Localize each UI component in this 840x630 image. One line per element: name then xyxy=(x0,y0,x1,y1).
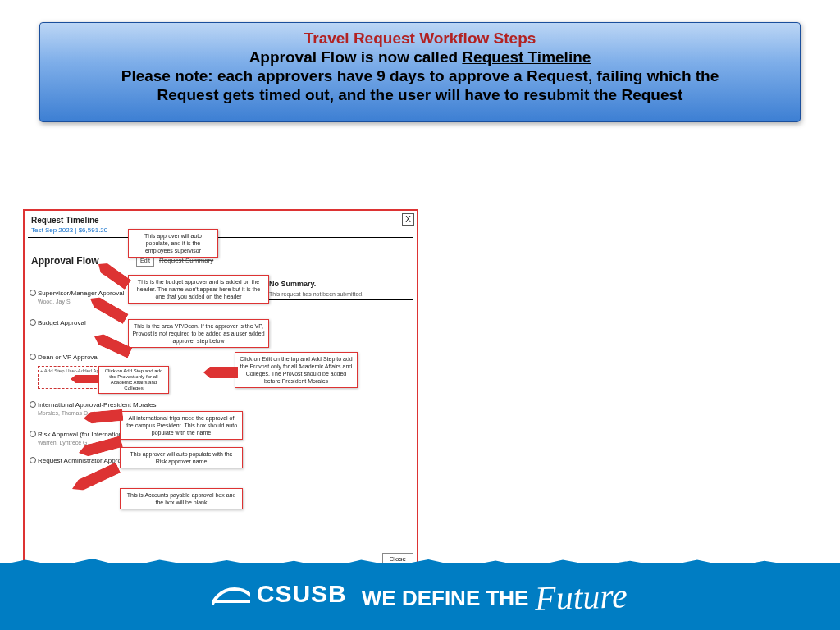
step-dot-icon xyxy=(30,401,36,408)
request-summary-heading: Request Summary xyxy=(159,257,213,264)
banner-subtitle: Approval Flow is now called Request Time… xyxy=(57,48,783,66)
tagline: WE DEFINE THE Future xyxy=(362,574,628,614)
arrow-icon xyxy=(203,367,238,378)
approval-step: Supervisor/Manager Approval Wood, Jay S. xyxy=(38,290,124,306)
csusb-logo: CSUSB xyxy=(212,580,347,608)
callout: This is the budget approver and is added… xyxy=(128,275,269,304)
tagline-prefix: WE DEFINE THE xyxy=(362,586,529,611)
timeline-screenshot: X Request Timeline Test Sep 2023 | $6,59… xyxy=(23,209,418,570)
approval-flow-heading: Approval Flow xyxy=(31,255,99,267)
step-dot-icon xyxy=(30,431,36,437)
callout: Click on Add Step and add the Provost on… xyxy=(98,366,169,394)
timeline-subtitle: Test Sep 2023 | $6,591.20 xyxy=(25,226,417,237)
tagline-script: Future xyxy=(535,576,628,619)
banner-title: Travel Request Workflow Steps xyxy=(57,30,783,48)
no-summary-sub: This request has not been submitted. xyxy=(269,291,363,297)
approval-step: Dean or VP Approval xyxy=(38,354,99,362)
step-dot-icon xyxy=(30,354,36,360)
step-dot-icon xyxy=(30,457,36,463)
arrow-icon xyxy=(95,259,131,290)
step-dot-icon xyxy=(30,319,36,326)
arrow-icon xyxy=(70,462,121,494)
close-icon[interactable]: X xyxy=(402,213,414,226)
banner-note-2: Request gets timed out, and the user wil… xyxy=(57,85,783,104)
approval-step: Budget Approval xyxy=(38,319,86,327)
no-summary-label: No Summary. xyxy=(269,280,316,288)
footer-content: CSUSB WE DEFINE THE Future xyxy=(0,574,840,614)
callout: This is Accounts payable approval box an… xyxy=(120,488,243,509)
arrow-icon xyxy=(71,375,98,383)
timeline-title: Request Timeline xyxy=(25,211,417,226)
callout: This approver will auto populate with th… xyxy=(120,447,243,468)
brand-text: CSUSB xyxy=(257,580,347,608)
callout: This approver will auto populate, and it… xyxy=(128,229,218,258)
callout: All international trips need the approva… xyxy=(120,411,243,440)
header-banner: Travel Request Workflow Steps Approval F… xyxy=(39,22,801,122)
footer: CSUSB WE DEFINE THE Future xyxy=(0,563,840,630)
callout: Click on Edit on the top and Add Step to… xyxy=(235,352,358,388)
banner-note-1: Please note: each approvers have 9 days … xyxy=(57,66,783,85)
divider xyxy=(28,237,413,238)
arch-icon xyxy=(212,582,250,605)
step-dot-icon xyxy=(30,290,36,296)
callout: This is the area VP/Dean. If the approve… xyxy=(128,319,269,348)
